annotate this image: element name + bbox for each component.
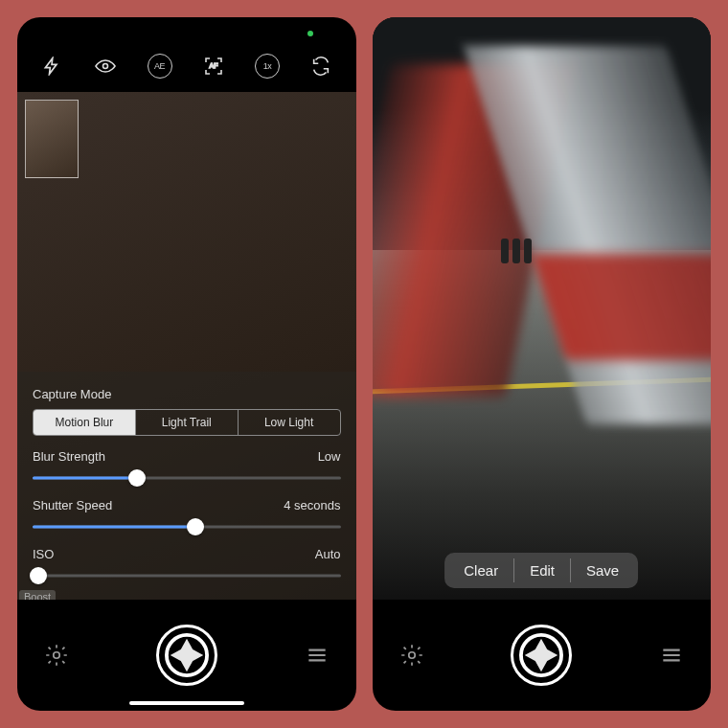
mode-motion-blur[interactable]: Motion Blur [34,410,136,435]
svg-text:AF: AF [209,62,217,69]
edit-button[interactable]: Edit [513,558,570,582]
settings-gear-icon[interactable] [44,643,69,668]
capture-mode-label: Capture Mode [33,387,341,401]
svg-point-0 [103,64,108,69]
iso-slider[interactable] [33,565,341,586]
switch-camera-icon[interactable] [308,54,333,79]
shutter-button[interactable] [511,625,572,686]
blur-strength-slider[interactable] [33,467,341,489]
shutter-speed-row: Shutter Speed 4 seconds [33,498,341,512]
zoom-1x-button[interactable]: 1x [255,54,280,79]
last-capture-thumbnail[interactable] [25,100,79,178]
mode-light-trail[interactable]: Light Trail [136,410,239,435]
eye-preview-icon[interactable] [93,54,118,79]
svg-point-2 [54,652,60,659]
clear-button[interactable]: Clear [448,558,513,582]
shutter-speed-slider[interactable] [33,516,341,537]
svg-point-4 [408,652,415,659]
capture-mode-segmented[interactable]: Motion Blur Light Trail Low Light [33,409,341,436]
iso-label: ISO [33,547,54,561]
iso-row: ISO Auto [33,547,341,561]
captured-photo-preview[interactable]: Clear Edit Save [373,17,712,600]
blur-strength-label: Blur Strength [33,449,105,464]
blur-strength-row: Blur Strength Low [33,449,341,464]
shutter-button[interactable] [156,625,217,686]
camera-app-result-screen: Clear Edit Save [373,17,712,711]
camera-viewfinder[interactable]: Capture Mode Motion Blur Light Trail Low… [17,92,356,600]
settings-gear-icon[interactable] [399,643,424,668]
shutter-speed-value: 4 seconds [284,498,340,512]
camera-app-capture-screen: AE AF 1x Capture Mode Motion Blur Light … [17,17,356,711]
gallery-list-icon[interactable] [659,643,684,668]
flash-icon[interactable] [39,54,64,79]
gallery-list-icon[interactable] [305,643,330,668]
save-button[interactable]: Save [570,558,634,582]
home-indicator[interactable] [129,701,244,705]
boost-tag[interactable]: Boost [19,590,56,600]
recording-indicator-dot [307,31,313,36]
ae-lock-button[interactable]: AE [148,54,172,79]
result-bottom-bar [373,600,712,711]
camera-top-toolbar: AE AF 1x [17,17,356,92]
shutter-speed-label: Shutter Speed [33,498,112,512]
blur-strength-value: Low [318,449,341,464]
af-focus-button[interactable]: AF [201,54,226,79]
camera-bottom-bar [17,600,356,711]
mode-low-light[interactable]: Low Light [239,410,340,435]
capture-settings-panel: Capture Mode Motion Blur Light Trail Low… [17,372,356,600]
photo-action-bar: Clear Edit Save [444,553,638,588]
iso-value: Auto [315,547,341,561]
